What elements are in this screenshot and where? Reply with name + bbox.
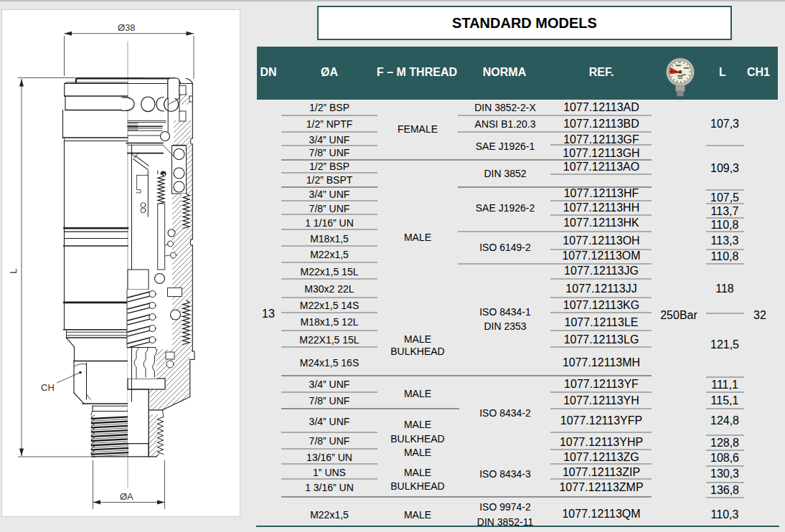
svg-text:L: L	[8, 268, 19, 273]
svg-text:ØA: ØA	[120, 491, 133, 502]
svg-text:CH: CH	[41, 382, 55, 393]
svg-text:Ø38: Ø38	[118, 22, 136, 33]
